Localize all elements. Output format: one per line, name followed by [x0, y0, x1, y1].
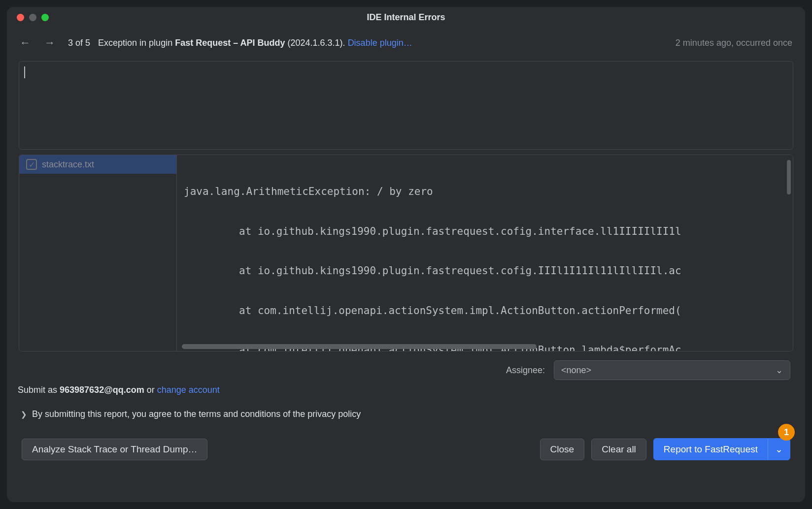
header-row: ← → 3 of 5 Exception in plugin Fast Requ… [7, 28, 805, 55]
submit-email: 963987632@qq.com [60, 385, 144, 395]
chevron-right-icon: ❯ [21, 410, 27, 419]
assignee-value: <none> [561, 365, 591, 376]
nav-arrows: ← → [20, 36, 55, 49]
attachments-split: ✓ stacktrace.txt java.lang.ArithmeticExc… [19, 155, 793, 351]
submit-prefix: Submit as [18, 385, 60, 395]
attachment-list: ✓ stacktrace.txt [19, 155, 177, 351]
prev-arrow-icon[interactable]: ← [20, 36, 31, 49]
submit-as-row: Submit as 963987632@qq.com or change acc… [7, 382, 805, 399]
assignee-select[interactable]: <none> ⌄ [554, 360, 790, 380]
attachment-item[interactable]: ✓ stacktrace.txt [19, 155, 176, 174]
stack-line: at io.github.kings1990.plugin.fastreques… [184, 223, 786, 240]
report-button[interactable]: 1 Report to FastRequest ⌄ [653, 438, 790, 460]
analyze-button[interactable]: Analyze Stack Trace or Thread Dump… [22, 439, 207, 460]
text-cursor [24, 66, 25, 78]
attachment-checkbox[interactable]: ✓ [26, 159, 37, 170]
window-title: IDE Internal Errors [15, 12, 797, 23]
privacy-row[interactable]: ❯ By submitting this report, you agree t… [7, 399, 805, 424]
stacktrace-viewer[interactable]: java.lang.ArithmeticException: / by zero… [177, 155, 793, 351]
assignee-label: Assignee: [506, 365, 545, 376]
next-arrow-icon[interactable]: → [44, 36, 55, 49]
vertical-scrollbar[interactable] [787, 160, 791, 194]
error-counter: 3 of 5 [68, 38, 90, 48]
error-timestamp: 2 minutes ago, occurred once [676, 38, 792, 48]
change-account-link[interactable]: change account [157, 385, 220, 395]
attachment-label: stacktrace.txt [42, 159, 94, 170]
close-button[interactable]: Close [540, 439, 585, 460]
error-summary: Exception in plugin Fast Request – API B… [98, 38, 668, 48]
report-dropdown-toggle[interactable]: ⌄ [768, 439, 790, 460]
report-button-label: Report to FastRequest [654, 439, 768, 460]
button-row: Analyze Stack Trace or Thread Dump… Clos… [7, 424, 805, 475]
error-dialog: IDE Internal Errors ← → 3 of 5 Exception… [7, 7, 805, 502]
plugin-name: Fast Request – API Buddy [175, 38, 285, 48]
horizontal-scrollbar[interactable] [182, 344, 537, 349]
submit-or: or [144, 385, 157, 395]
plugin-version: (2024.1.6.3.1). [285, 38, 348, 48]
chevron-down-icon: ⌄ [776, 365, 783, 376]
titlebar: IDE Internal Errors [7, 7, 805, 28]
stack-line: at io.github.kings1990.plugin.fastreques… [184, 263, 786, 279]
clear-all-button[interactable]: Clear all [591, 439, 646, 460]
annotation-badge: 1 [778, 424, 795, 441]
traffic-lights [17, 14, 49, 21]
stack-line: at com.intellij.openapi.actionSystem.imp… [184, 303, 786, 319]
maximize-window-icon[interactable] [41, 14, 49, 21]
description-textarea[interactable] [19, 61, 793, 150]
privacy-text: By submitting this report, you agree to … [32, 409, 361, 419]
disable-plugin-link[interactable]: Disable plugin… [348, 38, 412, 48]
minimize-window-icon[interactable] [29, 14, 36, 21]
stack-line: java.lang.ArithmeticException: / by zero [184, 184, 786, 200]
error-prefix: Exception in plugin [98, 38, 175, 48]
close-window-icon[interactable] [17, 14, 24, 21]
assignee-row: Assignee: <none> ⌄ [7, 357, 805, 382]
